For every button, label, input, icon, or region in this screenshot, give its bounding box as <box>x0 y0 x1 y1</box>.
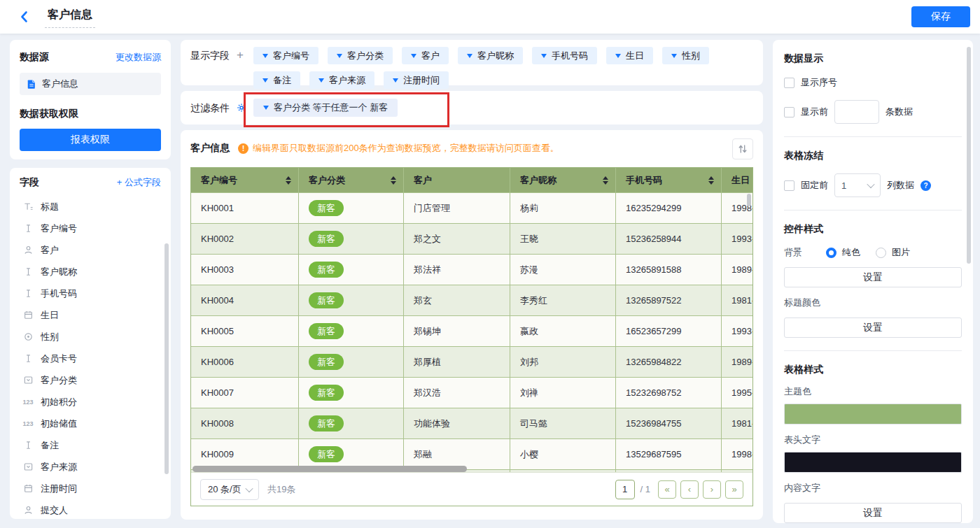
title-color-set-button[interactable]: 设置 <box>784 317 962 338</box>
field-item-category[interactable]: 客户分类 <box>20 369 161 391</box>
content-text-label: 内容文字 <box>784 482 962 494</box>
sort-order-button[interactable] <box>732 138 753 159</box>
horizontal-scrollbar[interactable] <box>192 466 467 472</box>
title-icon <box>22 201 34 212</box>
category-badge: 新客 <box>309 446 344 462</box>
document-icon <box>27 79 36 90</box>
cell-code: KH0002 <box>191 224 299 254</box>
freeze-columns-checkbox[interactable] <box>784 180 794 191</box>
datasource-item[interactable]: 客户信息 <box>20 73 161 95</box>
field-item-submitter[interactable]: 提交人 <box>20 499 161 519</box>
field-item-phone[interactable]: 手机号码 <box>20 283 161 304</box>
settings-scrollbar[interactable] <box>967 47 971 264</box>
field-item-customer[interactable]: 客户 <box>20 239 161 261</box>
column-header-customer-code[interactable]: 客户编号 <box>191 168 299 192</box>
cell-code: KH0009 <box>191 439 299 469</box>
show-index-checkbox[interactable] <box>784 78 794 88</box>
datasource-card: 数据源 更改数据源 客户信息 数据获取权限 报表权限 <box>10 40 171 159</box>
show-first-count-input[interactable] <box>834 100 879 124</box>
caret-down-icon <box>393 78 398 83</box>
cell-category: 新客 <box>299 193 404 223</box>
change-datasource-link[interactable]: 更改数据源 <box>115 51 161 64</box>
prev-page-button[interactable]: ‹ <box>680 480 699 499</box>
display-field-tag[interactable]: 性别 <box>662 47 709 64</box>
content-text-set-button[interactable]: 设置 <box>784 503 962 523</box>
field-item-nickname[interactable]: 客户昵称 <box>20 261 161 283</box>
column-header-category[interactable]: 客户分类 <box>299 168 404 192</box>
filter-condition-tag[interactable]: 客户分类 等于任意一个 新客 <box>253 99 398 117</box>
cell-category: 新客 <box>299 378 404 408</box>
field-item-register-time[interactable]: 注册时间 <box>20 478 161 499</box>
divider <box>784 350 962 351</box>
field-item-birthday[interactable]: 生日 <box>20 304 161 326</box>
field-item-title[interactable]: 标题 <box>20 196 161 217</box>
settings-panel: 数据显示 显示序号 显示前 条数据 表格冻结 固定前 1 列数据 ? 控件样式 … <box>773 40 973 523</box>
add-display-field-button[interactable]: + <box>235 47 245 78</box>
cell-nickname: 刘禅 <box>510 378 616 408</box>
image-radio[interactable] <box>876 248 886 258</box>
display-field-tag[interactable]: 备注 <box>253 71 300 89</box>
category-badge: 新客 <box>309 231 344 247</box>
cell-nickname: 李秀红 <box>510 285 616 315</box>
category-badge: 新客 <box>309 354 344 370</box>
title-color-label: 标题颜色 <box>784 297 962 309</box>
calendar-icon <box>22 310 34 320</box>
freeze-count-select[interactable]: 1 <box>834 173 881 197</box>
field-item-source[interactable]: 客户来源 <box>20 456 161 478</box>
field-item-customer-code[interactable]: 客户编号 <box>20 217 161 239</box>
caret-down-icon <box>262 78 268 83</box>
header-text-color-swatch[interactable] <box>784 452 962 473</box>
field-item-init-points[interactable]: 123初始积分 <box>20 391 161 413</box>
next-page-button[interactable]: › <box>703 480 721 499</box>
category-badge: 新客 <box>309 200 344 216</box>
column-header-nickname[interactable]: 客户昵称 <box>510 168 616 192</box>
display-field-tag[interactable]: 客户 <box>402 47 449 64</box>
last-page-button[interactable]: » <box>725 480 743 499</box>
display-field-tag[interactable]: 生日 <box>606 47 653 64</box>
display-field-tag[interactable]: 客户来源 <box>309 71 374 89</box>
cell-nickname: 苏漫 <box>510 255 616 285</box>
cell-category: 新客 <box>299 285 404 315</box>
fields-scrollbar[interactable] <box>164 243 169 474</box>
display-field-tag[interactable]: 客户昵称 <box>458 47 523 64</box>
category-badge: 新客 <box>309 262 344 278</box>
display-field-tag[interactable]: 注册时间 <box>384 71 449 89</box>
cell-code: KH0001 <box>191 193 299 223</box>
page-size-select[interactable]: 20 条/页 <box>200 479 259 500</box>
cell-nickname: 杨莉 <box>510 193 616 223</box>
display-field-tag[interactable]: 手机号码 <box>532 47 597 64</box>
theme-color-swatch[interactable] <box>784 404 962 424</box>
filter-settings-gear-icon[interactable] <box>236 102 247 113</box>
cell-nickname: 司马懿 <box>510 408 616 438</box>
sort-updown-icon <box>737 143 748 155</box>
current-page-input[interactable]: 1 <box>615 480 635 499</box>
sort-icon <box>603 176 608 185</box>
text-icon <box>22 288 34 299</box>
cell-nickname: 王晓 <box>510 224 616 254</box>
field-item-init-stored-value[interactable]: 123初始储值 <box>20 413 161 434</box>
first-page-button[interactable]: « <box>658 480 676 499</box>
table-row: KH0006 新客 郑厚植 刘邦 13265984822 1989-11 <box>191 346 752 377</box>
field-item-gender[interactable]: 性别 <box>20 326 161 348</box>
category-badge: 新客 <box>309 323 344 339</box>
table-vertical-scrollbar[interactable] <box>747 194 751 206</box>
display-field-tag[interactable]: 客户分类 <box>328 47 393 64</box>
background-set-button[interactable]: 设置 <box>784 267 962 287</box>
cell-birthday: 1981-06 <box>722 285 752 315</box>
filter-label: 过滤条件 <box>190 99 230 117</box>
pagination-bar: 20 条/页 共19条 1 / 1 « ‹ › » <box>191 472 752 506</box>
show-first-checkbox[interactable] <box>784 107 794 117</box>
back-icon[interactable] <box>18 10 31 23</box>
add-formula-field-link[interactable]: + 公式字段 <box>117 176 161 189</box>
save-button[interactable]: 保存 <box>911 6 970 27</box>
display-field-tag[interactable]: 客户编号 <box>253 47 318 64</box>
help-question-icon[interactable]: ? <box>920 180 931 191</box>
sort-icon <box>391 176 396 185</box>
cell-nickname: 小樱 <box>510 439 616 469</box>
field-item-remark[interactable]: 备注 <box>20 434 161 456</box>
category-badge: 新客 <box>309 385 344 401</box>
report-permission-button[interactable]: 报表权限 <box>20 129 161 151</box>
solid-color-radio[interactable] <box>826 248 836 258</box>
field-item-member-card[interactable]: 会员卡号 <box>20 348 161 369</box>
column-header-phone[interactable]: 手机号码 <box>616 168 722 192</box>
